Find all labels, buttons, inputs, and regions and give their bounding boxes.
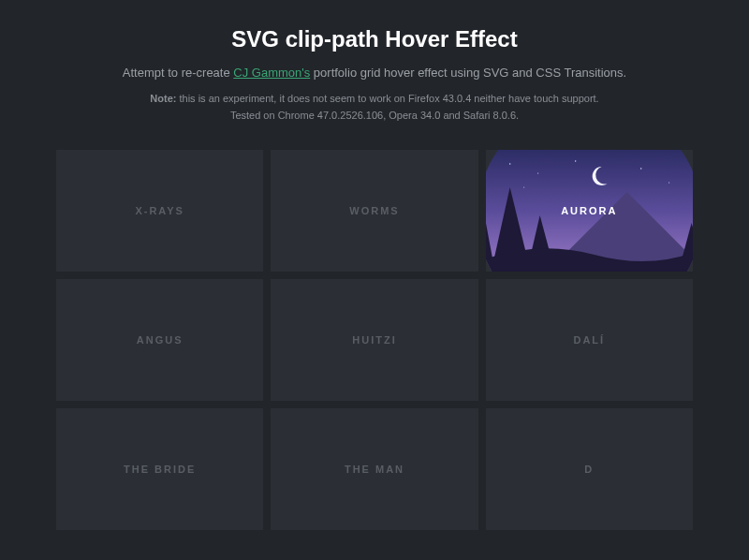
note-line1: this is an experiment, it does not seem … — [176, 93, 598, 104]
grid-card-label: WORMS — [349, 205, 399, 216]
subtitle: Attempt to re-create CJ Gammon's portfol… — [45, 66, 704, 80]
svg-point-5 — [640, 168, 642, 169]
svg-point-7 — [523, 187, 524, 188]
grid-card-worms[interactable]: WORMS — [271, 150, 477, 272]
page-title: SVG clip-path Hover Effect — [45, 26, 704, 52]
grid-card-label: AURORA — [561, 205, 617, 216]
grid-card-angus[interactable]: ANGUS — [56, 279, 263, 401]
svg-point-3 — [537, 173, 538, 174]
grid-card-d[interactable]: D — [486, 408, 693, 530]
grid-card-label: D — [584, 464, 594, 475]
svg-point-4 — [575, 160, 576, 161]
grid-card-thebride[interactable]: THE BRIDE — [56, 408, 263, 530]
subtitle-text-after: portfolio grid hover effect using SVG an… — [310, 66, 626, 80]
subtitle-text-before: Attempt to re-create — [123, 66, 234, 80]
grid-card-label: THE MAN — [345, 464, 404, 475]
grid-card-label: THE BRIDE — [124, 464, 196, 475]
note-line2: Tested on Chrome 47.0.2526.106, Opera 34… — [230, 110, 519, 121]
grid-card-aurora[interactable]: AURORA — [486, 150, 693, 272]
grid-card-huitzi[interactable]: HUITZI — [271, 279, 477, 401]
svg-point-6 — [668, 183, 669, 184]
note-label: Note: — [150, 93, 176, 104]
grid-card-label: ANGUS — [137, 334, 184, 346]
grid-card-label: X-RAYS — [135, 205, 184, 216]
grid-card-label: HUITZI — [352, 334, 396, 346]
author-link[interactable]: CJ Gammon's — [233, 66, 310, 80]
grid-card-theman[interactable]: THE MAN — [271, 408, 477, 530]
grid-card-label: DALÍ — [573, 334, 605, 346]
svg-point-2 — [509, 163, 511, 165]
grid-card-dali[interactable]: DALÍ — [486, 279, 693, 401]
grid-card-xrays[interactable]: X-RAYS — [56, 150, 263, 272]
note-text: Note: this is an experiment, it does not… — [45, 91, 704, 124]
portfolio-grid: X-RAYS WORMS — [45, 150, 704, 530]
